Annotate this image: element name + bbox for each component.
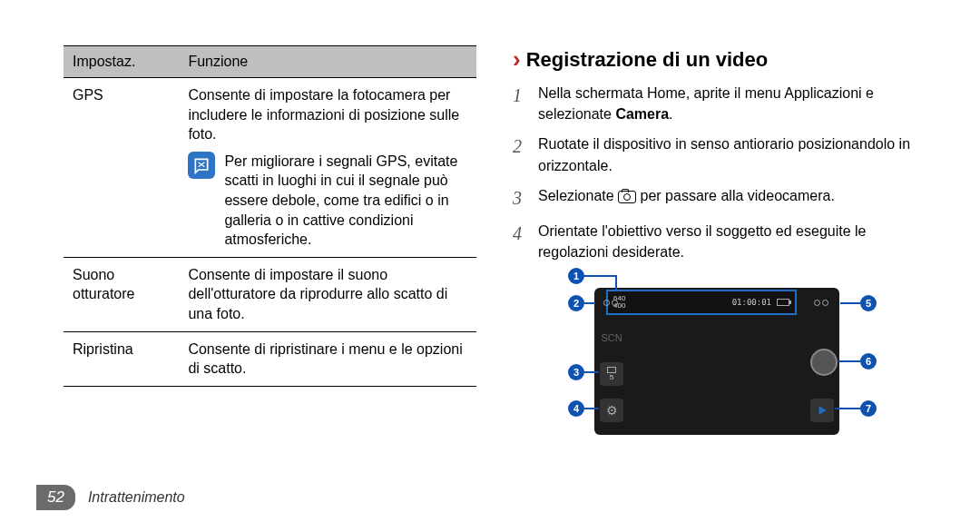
- callout-3: 3: [568, 364, 584, 380]
- callout-5: 5: [860, 295, 877, 311]
- footer-section-label: Intrattenimento: [88, 489, 185, 506]
- step-1: 1 Nella schermata Home, aprite il menu A…: [513, 83, 926, 124]
- callout-2: 2: [568, 295, 584, 311]
- row-text: Consente di impostare il suono dell'ottu…: [179, 257, 476, 331]
- camera-switch-icon: [812, 293, 830, 311]
- page-footer: 52 Intrattenimento: [36, 485, 185, 510]
- row-label-shutter-sound: Suono otturatore: [64, 257, 179, 331]
- step-text: Ruotate il dispositivo in senso antiorar…: [538, 133, 926, 175]
- settings-gear-icon: [600, 399, 623, 422]
- flash-icon: [602, 293, 620, 311]
- callout-6: 6: [860, 353, 877, 369]
- step-text-post: per passare alla videocamera.: [641, 188, 835, 203]
- row-text: Consente di ripristinare i menu e le opz…: [179, 331, 476, 386]
- note-info-icon: [188, 152, 215, 179]
- step-text-pre: Nella schermata Home, aprite il menu App…: [538, 85, 874, 122]
- camera-icon: [618, 191, 636, 203]
- col-header-funzione: Funzione: [179, 46, 476, 78]
- step-number: 2: [513, 133, 529, 175]
- step-2: 2 Ruotate il dispositivo in senso antior…: [513, 133, 926, 175]
- row-text: Consente di impostare la fotocamera per …: [188, 85, 467, 144]
- step-4: 4 Orientate l'obiettivo verso il soggett…: [513, 221, 926, 262]
- play-icon: [810, 399, 834, 422]
- settings-table: Impostaz. Funzione GPS Consente di impos…: [64, 45, 476, 387]
- callout-4: 4: [568, 400, 584, 417]
- step-number: 3: [513, 185, 529, 212]
- step-number: 4: [513, 221, 529, 262]
- step-3: 3 Selezionate per passare alla videocame…: [513, 185, 926, 212]
- callout-1: 1: [568, 268, 584, 284]
- step-bold: Camera: [615, 106, 669, 122]
- table-row: Suono otturatore Consente di impostare i…: [64, 257, 476, 331]
- step-text-post: .: [669, 106, 672, 122]
- chevron-right-icon: ›: [513, 45, 521, 74]
- rec-time: 01:00:01: [732, 298, 771, 307]
- note-text: Per migliorare i segnali GPS, evitate sc…: [224, 152, 467, 250]
- step-text-pre: Selezionate: [538, 188, 618, 203]
- camera-top-bar: 640 400 01:00:01: [606, 290, 797, 315]
- record-button-icon: [810, 349, 838, 376]
- step-text: Orientate l'obiettivo verso il soggetto …: [538, 221, 926, 262]
- page-number: 52: [36, 485, 75, 510]
- timer-icon: 5: [600, 362, 623, 386]
- section-heading: › Registrazione di un video: [513, 45, 926, 74]
- row-label-reset: Ripristina: [64, 331, 179, 386]
- battery-icon: [777, 299, 789, 306]
- col-header-impostaz: Impostaz.: [64, 46, 179, 78]
- table-row: GPS Consente di impostare la fotocamera …: [64, 78, 476, 258]
- table-row: Ripristina Consente di ripristinare i me…: [64, 331, 476, 386]
- note-box: Per migliorare i segnali GPS, evitate sc…: [188, 152, 467, 250]
- section-title: Registrazione di un video: [526, 48, 768, 72]
- callout-7: 7: [860, 400, 877, 417]
- camera-ui-diagram: 640 400 01:00:01 SCN 5 1 2: [563, 271, 880, 444]
- scene-mode-icon: SCN: [600, 326, 623, 350]
- step-number: 1: [513, 83, 529, 124]
- row-label-gps: GPS: [64, 78, 179, 258]
